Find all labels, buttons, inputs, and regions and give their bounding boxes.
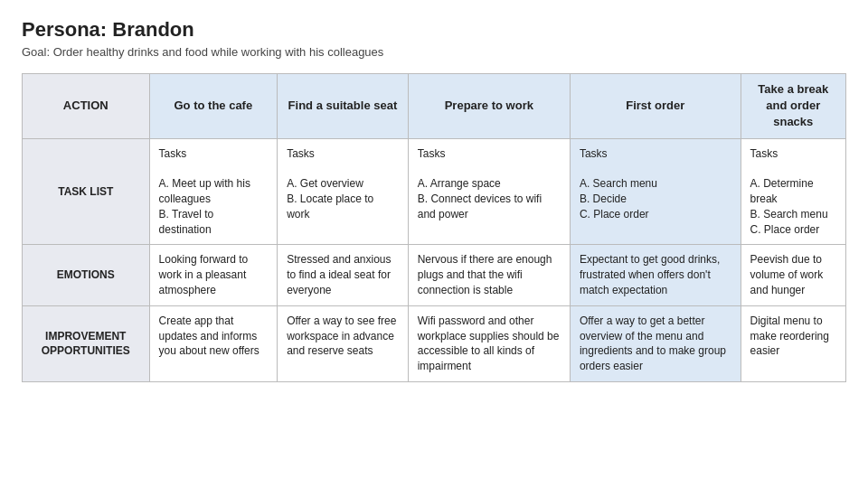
header-action-cell: ACTION [23, 74, 150, 139]
data-cell-0-3: Tasks A. Search menu B. Decide C. Place … [570, 138, 741, 245]
data-cell-0-1: Tasks A. Get overview B. Locate place to… [278, 138, 409, 245]
data-cell-2-0: Create app that updates and informs you … [149, 305, 278, 381]
data-cell-2-3: Offer a way to get a better overview of … [570, 305, 741, 381]
data-cell-0-0: Tasks A. Meet up with his colleagues B. … [149, 138, 278, 245]
data-cell-1-4: Peevish due to volume of work and hunger [741, 245, 845, 305]
header-col-4: First order [570, 74, 741, 139]
data-cell-1-0: Looking forward to work in a pleasant at… [149, 245, 278, 305]
table-row: EMOTIONSLooking forward to work in a ple… [23, 245, 846, 305]
goal-text: Goal: Order healthy drinks and food whil… [22, 45, 846, 59]
header-col-3: Prepare to work [408, 74, 570, 139]
data-cell-0-4: Tasks A. Determine break B. Search menu … [741, 138, 845, 245]
header-col-5: Take a break and order snacks [741, 74, 845, 139]
row-label-2: IMPROVEMENT OPPORTUNITIES [23, 305, 150, 381]
page-title: Persona: Brandon [22, 18, 846, 42]
journey-map-table: ACTION Go to the cafe Find a suitable se… [22, 73, 846, 382]
header-row: ACTION Go to the cafe Find a suitable se… [23, 74, 846, 139]
data-cell-1-1: Stressed and anxious to find a ideal sea… [278, 245, 409, 305]
table-row: IMPROVEMENT OPPORTUNITIESCreate app that… [23, 305, 846, 381]
data-cell-2-1: Offer a way to see free workspace in adv… [278, 305, 409, 381]
data-cell-2-4: Digital menu to make reordering easier [741, 305, 845, 381]
data-cell-1-3: Expectant to get good drinks, frustrated… [570, 245, 741, 305]
data-cell-0-2: Tasks A. Arrange space B. Connect device… [408, 138, 570, 245]
header-col-2: Find a suitable seat [278, 74, 409, 139]
data-cell-2-2: Wifi password and other workplace suppli… [408, 305, 570, 381]
row-label-0: TASK LIST [23, 138, 150, 245]
table-row: TASK LISTTasks A. Meet up with his colle… [23, 138, 846, 245]
header-col-1: Go to the cafe [149, 74, 278, 139]
row-label-1: EMOTIONS [23, 245, 150, 305]
data-cell-1-2: Nervous if there are enough plugs and th… [408, 245, 570, 305]
